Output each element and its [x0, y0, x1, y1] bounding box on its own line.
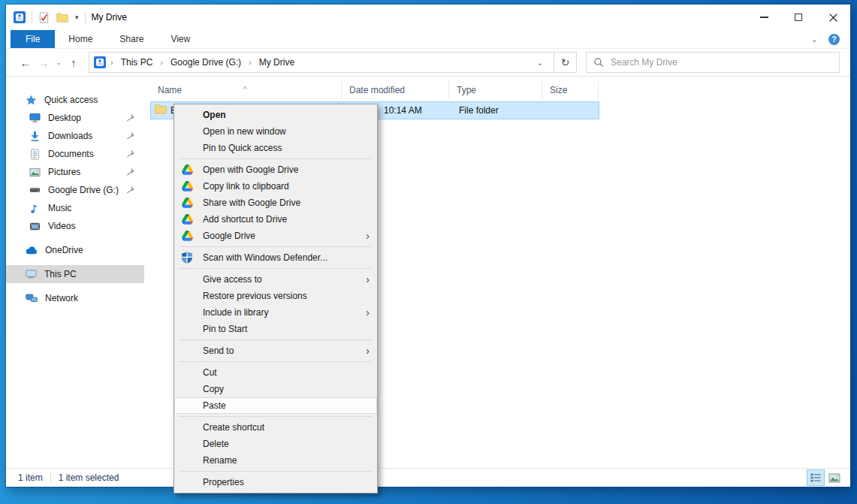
ribbon-tab-row: File Home Share View ⌄ ?: [6, 30, 850, 49]
close-button[interactable]: [816, 5, 850, 30]
item-count: 1 item: [18, 472, 43, 483]
breadcrumb-chevron-icon: ›: [158, 58, 164, 67]
menu-item-send-to[interactable]: Send to›: [174, 343, 377, 359]
help-icon[interactable]: ?: [828, 34, 840, 45]
hard-drive-icon: [29, 186, 41, 194]
details-view-icon: [810, 472, 822, 483]
menu-item-give-access-to[interactable]: Give access to›: [174, 271, 377, 288]
pictures-icon: [29, 167, 41, 177]
location-icon: [94, 56, 106, 68]
sidebar-item-label: Videos: [48, 221, 75, 231]
menu-item-cut[interactable]: Cut: [174, 364, 377, 381]
up-icon[interactable]: ↑: [65, 56, 83, 69]
menu-separator: [180, 361, 372, 362]
menu-item-copy-link-to-clipboard[interactable]: Copy link to clipboard: [174, 178, 377, 195]
sidebar-item-desktop[interactable]: Desktop: [6, 109, 144, 127]
sidebar-item-label: Network: [45, 293, 78, 303]
menu-separator: [180, 268, 372, 269]
search-input[interactable]: [611, 57, 832, 68]
network-icon: [26, 293, 38, 303]
sidebar-item-music[interactable]: Music: [6, 199, 144, 217]
menu-item-pin-to-start[interactable]: Pin to Start: [174, 321, 377, 337]
menu-item-copy[interactable]: Copy: [174, 381, 377, 397]
window-controls: [747, 5, 850, 30]
music-note-icon: [29, 203, 41, 214]
sidebar-item-label: OneDrive: [45, 245, 83, 255]
refresh-icon: ↻: [561, 56, 570, 68]
sidebar-item-network[interactable]: Network: [6, 289, 144, 307]
recent-locations-icon[interactable]: ⌄: [53, 59, 65, 66]
star-icon: [26, 95, 37, 106]
column-header-name[interactable]: Name ^: [150, 81, 342, 99]
column-header-date-modified[interactable]: Date modified: [342, 81, 449, 99]
pin-icon: [125, 131, 135, 140]
menu-item-properties[interactable]: Properties: [174, 474, 377, 490]
column-label: Type: [457, 85, 476, 95]
breadcrumb-my-drive[interactable]: My Drive: [256, 57, 297, 68]
menu-item-open[interactable]: Open: [174, 107, 377, 123]
refresh-button[interactable]: ↻: [554, 52, 577, 73]
sidebar-item-videos[interactable]: Videos: [6, 217, 144, 235]
search-icon: [593, 57, 604, 68]
tab-home[interactable]: Home: [55, 30, 106, 48]
column-header-size[interactable]: Size: [542, 81, 599, 99]
ribbon-collapse-icon[interactable]: ⌄: [811, 35, 818, 44]
tab-share[interactable]: Share: [106, 30, 157, 48]
thumbnail-view-button[interactable]: [826, 470, 843, 485]
menu-separator: [180, 340, 372, 340]
sidebar-item-label: Downloads: [48, 131, 92, 141]
breadcrumb-this-pc[interactable]: This PC: [118, 57, 156, 68]
menu-item-paste[interactable]: Paste: [174, 397, 377, 414]
address-dropdown-icon[interactable]: ⌄: [531, 59, 549, 67]
column-label: Size: [550, 85, 567, 95]
breadcrumb-google-drive[interactable]: Google Drive (G:): [167, 57, 244, 68]
properties-icon[interactable]: [38, 12, 50, 23]
sidebar-item-quick-access[interactable]: Quick access: [6, 91, 144, 109]
search-box: [586, 52, 840, 73]
sidebar-item-label: Documents: [48, 149, 94, 159]
address-bar[interactable]: › This PC › Google Drive (G:) › My Drive…: [89, 52, 554, 73]
sidebar-item-documents[interactable]: Documents: [6, 145, 144, 163]
sidebar-item-label: Pictures: [48, 167, 80, 177]
tab-view[interactable]: View: [157, 30, 204, 48]
menu-separator: [180, 416, 372, 417]
back-icon[interactable]: ←: [17, 56, 35, 69]
sidebar-item-google-drive[interactable]: Google Drive (G:): [6, 181, 144, 199]
submenu-arrow-icon: ›: [366, 230, 377, 242]
menu-item-open-in-new-window[interactable]: Open in new window: [174, 123, 377, 140]
menu-separator: [180, 246, 372, 247]
sidebar-item-onedrive[interactable]: OneDrive: [6, 241, 144, 259]
menu-item-add-shortcut-to-drive[interactable]: Add shortcut to Drive: [174, 211, 377, 228]
menu-item-google-drive[interactable]: Google Drive›: [174, 228, 377, 244]
menu-item-scan-with-windows-defender[interactable]: Scan with Windows Defender...: [174, 249, 377, 266]
windows-defender-icon: [181, 252, 193, 264]
sidebar-item-downloads[interactable]: Downloads: [6, 127, 144, 145]
maximize-button[interactable]: [781, 5, 816, 30]
file-type: File folder: [459, 105, 499, 116]
menu-item-pin-to-quick-access[interactable]: Pin to Quick access: [174, 140, 377, 156]
menu-item-share-with-google-drive[interactable]: Share with Google Drive: [174, 195, 377, 211]
new-folder-icon[interactable]: [56, 13, 68, 23]
sidebar-item-pictures[interactable]: Pictures: [6, 163, 144, 181]
tab-file[interactable]: File: [11, 30, 55, 48]
videos-icon: [29, 222, 41, 231]
selected-count: 1 item selected: [59, 472, 119, 483]
sidebar-item-this-pc[interactable]: This PC: [6, 265, 144, 283]
qat-dropdown-icon[interactable]: ▾: [75, 14, 79, 21]
forward-icon[interactable]: →: [35, 56, 53, 69]
sidebar-item-label: Google Drive (G:): [48, 185, 119, 195]
menu-item-create-shortcut[interactable]: Create shortcut: [174, 419, 377, 436]
menu-item-delete[interactable]: Delete: [174, 436, 377, 452]
menu-item-include-in-library[interactable]: Include in library›: [174, 304, 377, 321]
navigation-toolbar: ← → ⌄ ↑ › This PC › Google Drive (G:) › …: [6, 49, 850, 77]
folder-icon: [155, 104, 167, 114]
details-view-button[interactable]: [807, 470, 824, 485]
navigation-pane: Quick access Desktop Downloads Documents…: [6, 77, 144, 468]
column-header-type[interactable]: Type: [449, 81, 542, 99]
menu-item-rename[interactable]: Rename: [174, 452, 377, 469]
minimize-button[interactable]: [747, 5, 781, 30]
menu-item-open-with-google-drive[interactable]: Open with Google Drive: [174, 161, 377, 178]
menu-item-restore-previous-versions[interactable]: Restore previous versions: [174, 288, 377, 304]
menu-separator: [180, 471, 372, 472]
document-icon: [29, 149, 41, 160]
